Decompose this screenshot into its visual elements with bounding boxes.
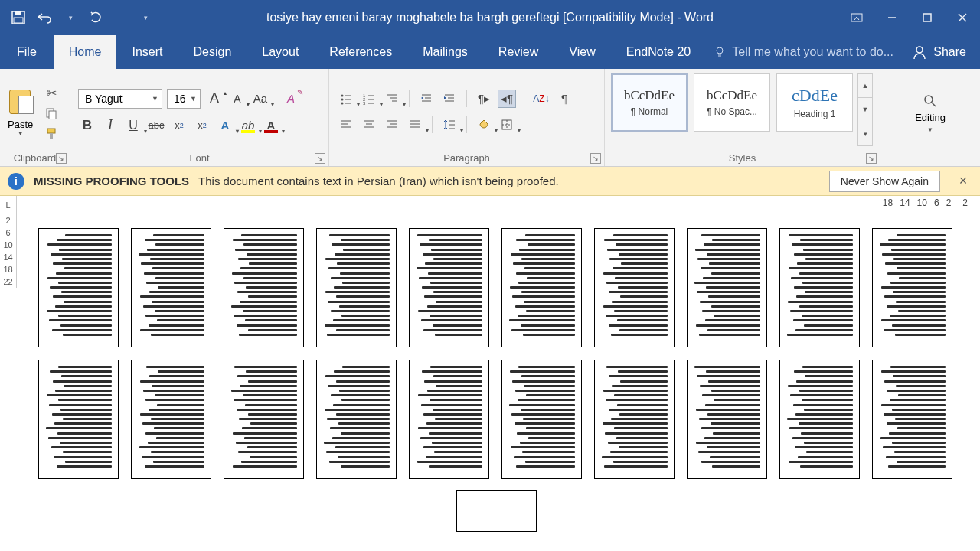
scroll-up-icon[interactable]: ▲ <box>858 74 872 98</box>
tab-view[interactable]: View <box>554 35 610 69</box>
page-thumbnail[interactable] <box>594 360 675 479</box>
page-thumbnail[interactable] <box>687 360 767 479</box>
style-no-spacing[interactable]: bCcDdEe ¶ No Spac... <box>694 73 770 132</box>
page-thumbnail[interactable] <box>409 228 489 347</box>
rtl-direction-icon[interactable]: ◂¶ <box>498 90 516 108</box>
decrease-indent-icon[interactable] <box>417 90 436 108</box>
paste-button[interactable]: Paste ▼ <box>3 85 38 137</box>
format-painter-icon[interactable] <box>44 126 59 141</box>
undo-icon[interactable] <box>37 10 52 25</box>
align-right-icon[interactable] <box>383 116 401 134</box>
style-normal[interactable]: bCcDdEe ¶ Normal <box>611 73 688 132</box>
shrink-font-icon[interactable]: A▾ <box>228 90 247 108</box>
never-show-again-button[interactable]: Never Show Again <box>829 171 940 192</box>
tab-layout[interactable]: Layout <box>247 35 314 69</box>
change-case-icon[interactable]: Aa <box>251 90 270 108</box>
borders-icon[interactable] <box>498 116 516 134</box>
maximize-icon[interactable] <box>910 0 945 35</box>
close-icon[interactable] <box>945 0 980 35</box>
text-effects-icon[interactable]: A <box>216 116 234 135</box>
bullets-icon[interactable] <box>337 90 355 108</box>
page-thumbnail[interactable] <box>456 490 537 532</box>
page-thumbnail[interactable] <box>38 228 119 347</box>
clear-formatting-icon[interactable]: A✎ <box>282 90 300 108</box>
justify-icon[interactable] <box>406 116 424 134</box>
tab-design[interactable]: Design <box>178 35 247 69</box>
page-thumbnail[interactable] <box>779 228 860 347</box>
underline-button[interactable]: U <box>124 116 142 135</box>
font-size-combo[interactable]: 16▼ <box>167 89 201 109</box>
grow-font-icon[interactable]: A▴ <box>205 90 224 108</box>
window-controls <box>839 0 980 35</box>
clipboard-launcher-icon[interactable]: ↘ <box>56 153 67 164</box>
subscript-button[interactable]: x2 <box>170 116 188 135</box>
align-left-icon[interactable] <box>337 116 355 134</box>
italic-button[interactable]: I <box>101 116 119 135</box>
copy-icon[interactable] <box>44 106 59 121</box>
qat-customize-icon[interactable]: ▾ <box>138 10 153 25</box>
font-launcher-icon[interactable]: ↘ <box>315 153 325 164</box>
redo-icon[interactable] <box>89 10 104 25</box>
expand-gallery-icon[interactable]: ▾ <box>858 122 872 145</box>
page-thumbnail[interactable] <box>131 360 211 479</box>
page-thumbnail[interactable] <box>131 228 211 347</box>
font-name-combo[interactable]: B Yagut▼ <box>78 89 162 109</box>
share-button[interactable]: Share <box>898 35 980 69</box>
bold-button[interactable]: B <box>78 116 96 135</box>
document-area: 2 6 10 14 18 22 <box>0 214 980 551</box>
page-thumbnail[interactable] <box>687 228 767 347</box>
ruler-vertical[interactable]: 2 6 10 14 18 22 <box>0 214 17 551</box>
style-heading-1[interactable]: cDdEe Heading 1 <box>776 73 853 132</box>
superscript-button[interactable]: x2 <box>193 116 211 135</box>
page-thumbnail[interactable] <box>409 360 489 479</box>
group-font: B Yagut▼ 16▼ A▴ A▾ Aa A✎ B I U abc x2 x2… <box>70 69 329 166</box>
find-button[interactable]: Editing ▼ <box>904 90 956 133</box>
shading-icon[interactable] <box>475 116 493 134</box>
line-spacing-icon[interactable] <box>440 116 459 134</box>
svg-point-20 <box>341 102 344 104</box>
page-thumbnail[interactable] <box>316 360 397 479</box>
multilevel-list-icon[interactable] <box>383 90 401 108</box>
page-thumbnail[interactable] <box>501 360 582 479</box>
page-thumbnail[interactable] <box>501 228 582 347</box>
tab-insert[interactable]: Insert <box>116 35 178 69</box>
cut-icon[interactable]: ✂ <box>44 86 59 101</box>
styles-label: Styles <box>729 152 756 164</box>
styles-gallery-scroll[interactable]: ▲▼▾ <box>858 73 873 146</box>
tab-home[interactable]: Home <box>54 35 117 69</box>
title-bar: ▾ ▾ tosiye hay emeni baray moghabele ba … <box>0 0 980 35</box>
tab-file[interactable]: File <box>0 35 54 69</box>
tab-references[interactable]: References <box>314 35 407 69</box>
font-color-icon[interactable]: A <box>262 116 280 135</box>
numbering-icon[interactable]: 123 <box>360 90 378 108</box>
paragraph-launcher-icon[interactable]: ↘ <box>590 153 601 164</box>
show-marks-icon[interactable]: ¶ <box>555 90 573 108</box>
scroll-down-icon[interactable]: ▼ <box>858 98 872 122</box>
ribbon-display-icon[interactable] <box>839 0 874 35</box>
page-thumbnail[interactable] <box>38 360 119 479</box>
page-thumbnail[interactable] <box>224 228 304 347</box>
save-icon[interactable] <box>11 10 26 25</box>
close-message-icon[interactable]: × <box>954 173 972 189</box>
tab-review[interactable]: Review <box>483 35 554 69</box>
page-thumbnail[interactable] <box>779 360 860 479</box>
page-thumbnail[interactable] <box>872 360 952 479</box>
sort-icon[interactable]: AZ↓ <box>532 90 550 108</box>
highlight-icon[interactable]: ab <box>239 116 257 135</box>
ltr-direction-icon[interactable]: ¶▸ <box>475 90 493 108</box>
tab-selector-icon[interactable]: L <box>0 196 17 214</box>
tab-mailings[interactable]: Mailings <box>407 35 483 69</box>
page-thumbnail[interactable] <box>594 228 675 347</box>
align-center-icon[interactable] <box>360 116 378 134</box>
undo-dropdown-icon[interactable]: ▾ <box>63 10 78 25</box>
page-thumbnail[interactable] <box>316 228 397 347</box>
page-thumbnail[interactable] <box>224 360 304 479</box>
page-thumbnails[interactable] <box>17 214 980 551</box>
strikethrough-button[interactable]: abc <box>147 116 165 135</box>
page-thumbnail[interactable] <box>872 228 952 347</box>
styles-launcher-icon[interactable]: ↘ <box>866 153 877 164</box>
tell-me-search[interactable]: Tell me what you want to do... <box>706 35 898 69</box>
increase-indent-icon[interactable] <box>440 90 459 108</box>
minimize-icon[interactable] <box>874 0 910 35</box>
tab-endnote[interactable]: EndNote 20 <box>611 35 707 69</box>
